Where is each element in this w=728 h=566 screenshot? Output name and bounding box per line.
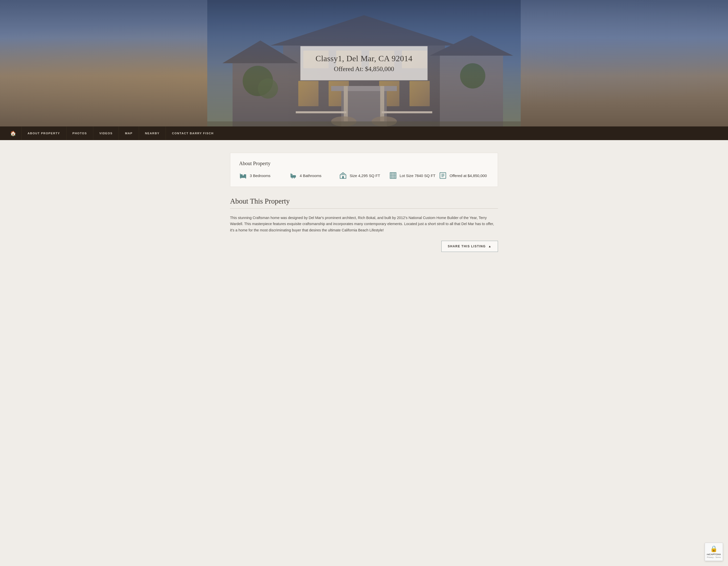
about-property-section: About This Property This stunning Crafts… xyxy=(230,197,498,252)
house-size-icon xyxy=(339,172,347,179)
stat-bathrooms: 4 Bathrooms xyxy=(289,172,339,179)
hero-address: Classy1, Del Mar, CA 92014 xyxy=(315,54,412,63)
svg-rect-27 xyxy=(240,175,246,178)
main-content: About Property 3 Bedrooms xyxy=(225,153,503,252)
about-property-title: About This Property xyxy=(230,197,498,205)
size-text: Size 4,295 SQ FT xyxy=(350,173,380,178)
stat-size: Size 4,295 SQ FT xyxy=(339,172,389,179)
share-listing-label: SHARE THIS LISTING xyxy=(448,244,486,248)
recaptcha-logo: 🔒 xyxy=(710,545,718,552)
svg-rect-48 xyxy=(440,172,446,178)
svg-rect-26 xyxy=(382,111,432,113)
home-icon: 🏠 xyxy=(10,130,16,136)
svg-rect-17 xyxy=(344,86,348,121)
svg-rect-25 xyxy=(296,111,346,113)
recaptcha-widget: 🔒 reCAPTCHA Privacy - Terms xyxy=(705,543,723,561)
bathrooms-text: 4 Bathrooms xyxy=(300,173,322,178)
offered-price-text: Offered at $4,850,000 xyxy=(449,173,487,178)
lot-size-text: Lot Size 7840 SQ FT xyxy=(400,173,436,178)
bedrooms-text: 3 Bedrooms xyxy=(250,173,270,178)
svg-rect-29 xyxy=(244,174,246,176)
nav-about-property[interactable]: ABOUT PROPERTY xyxy=(21,126,66,140)
svg-point-24 xyxy=(460,63,485,88)
navigation-bar: 🏠 ABOUT PROPERTY PHOTOS VIDEOS MAP NEARB… xyxy=(0,126,728,140)
share-listing-button[interactable]: SHARE THIS LISTING ▲ xyxy=(441,241,498,252)
property-card: About Property 3 Bedrooms xyxy=(230,153,498,187)
about-property-description: This stunning Craftsman home was designe… xyxy=(230,215,498,233)
svg-rect-39 xyxy=(342,176,344,178)
bath-icon xyxy=(289,172,297,179)
recaptcha-label: reCAPTCHA xyxy=(707,553,721,556)
hero-section: Classy1, Del Mar, CA 92014 Offered At: $… xyxy=(0,0,728,126)
lot-icon xyxy=(389,172,397,179)
svg-rect-28 xyxy=(240,174,242,176)
svg-rect-32 xyxy=(240,173,240,178)
svg-rect-31 xyxy=(245,177,246,178)
stat-price: Offered at $4,850,000 xyxy=(439,172,489,179)
svg-rect-16 xyxy=(331,86,397,91)
svg-point-23 xyxy=(258,78,278,99)
svg-rect-18 xyxy=(380,86,384,121)
nav-photos[interactable]: PHOTOS xyxy=(66,126,93,140)
stat-lot-size: Lot Size 7840 SQ FT xyxy=(389,172,439,179)
property-stats: 3 Bedrooms 4 Bathrooms xyxy=(239,172,489,179)
svg-rect-11 xyxy=(298,81,319,106)
stat-bedrooms: 3 Bedrooms xyxy=(239,172,289,179)
recaptcha-sublabel: Privacy - Terms xyxy=(707,556,721,558)
share-arrow-icon: ▲ xyxy=(488,244,492,248)
share-button-container: SHARE THIS LISTING ▲ xyxy=(230,241,498,252)
property-card-title: About Property xyxy=(239,160,489,166)
nav-map[interactable]: MAP xyxy=(119,126,139,140)
svg-rect-37 xyxy=(294,177,295,178)
bed-icon xyxy=(239,172,247,179)
home-nav-button[interactable]: 🏠 xyxy=(5,130,21,136)
nav-nearby[interactable]: NEARBY xyxy=(139,126,166,140)
svg-rect-36 xyxy=(292,177,293,178)
price-icon xyxy=(439,172,447,179)
svg-rect-35 xyxy=(290,174,292,175)
hero-price: Offered At: $4,850,000 xyxy=(315,65,412,73)
nav-videos[interactable]: VIDEOS xyxy=(93,126,119,140)
hero-overlay: Classy1, Del Mar, CA 92014 Offered At: $… xyxy=(300,46,427,80)
nav-contact[interactable]: CONTACT BARRY FISCH xyxy=(166,126,220,140)
about-divider xyxy=(230,208,498,209)
svg-rect-21 xyxy=(207,121,521,126)
svg-rect-14 xyxy=(409,81,430,106)
